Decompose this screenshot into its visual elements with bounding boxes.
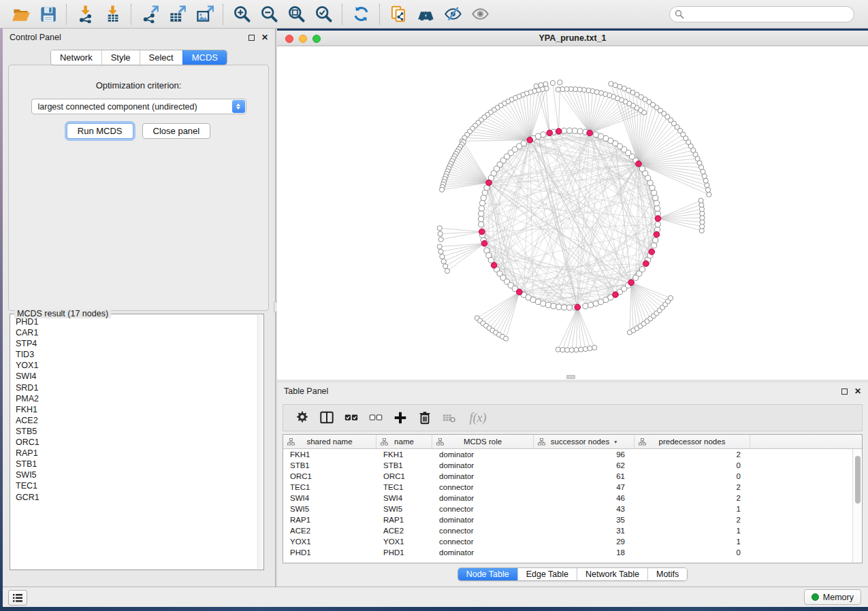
mcds-result-item[interactable]: CAR1 [16,327,257,338]
add-entry-button[interactable] [388,407,413,429]
table-cell[interactable]: dominator [432,461,534,469]
column-header-MCDS-role[interactable]: MCDS role [432,435,534,448]
mcds-result-item[interactable]: PHD1 [16,316,257,327]
close-panel-button[interactable]: Close panel [142,123,211,139]
table-cell[interactable]: YOX1 [376,538,432,546]
table-cell[interactable]: 62 [534,461,634,469]
export-network-button[interactable] [136,2,163,27]
table-cell[interactable]: 47 [534,483,634,491]
export-table-button[interactable] [163,2,191,27]
network-window-titlebar[interactable]: YPA_prune.txt_1 [277,31,868,46]
mcds-result-item[interactable]: TEC1 [16,480,257,491]
table-tab-network-table[interactable]: Network Table [577,568,647,580]
table-cell[interactable]: RAP1 [376,516,432,524]
mcds-result-item[interactable]: YOX1 [16,360,257,371]
column-header-successor-nodes[interactable]: successor nodes▾ [534,435,634,448]
mcds-result-item[interactable]: FKH1 [16,404,257,415]
table-cell[interactable]: 0 [634,461,750,469]
table-scrollbar-thumb[interactable] [855,456,861,503]
tab-mcds[interactable]: MCDS [182,50,227,65]
table-cell[interactable]: SWI5 [283,505,376,513]
zoom-selected-button[interactable] [310,2,337,27]
table-cell[interactable]: 29 [534,538,634,546]
table-cell[interactable]: 61 [534,472,634,480]
mcds-result-item[interactable]: SRD1 [16,382,257,393]
zoom-out-button[interactable] [255,2,283,27]
table-cell[interactable]: 1 [634,505,750,513]
table-cell[interactable]: dominator [432,472,534,480]
table-cell[interactable]: 2 [634,516,750,524]
table-row[interactable]: SWI4SWI4dominator462 [283,493,862,503]
table-cell[interactable]: PHD1 [376,548,432,557]
float-window-icon[interactable] [248,35,255,41]
table-cell[interactable]: STB1 [376,461,432,469]
table-row[interactable]: SWI5SWI5connector431 [283,503,862,514]
tab-style[interactable]: Style [101,50,140,65]
mcds-result-item[interactable]: STP4 [16,338,257,349]
show-panels-button[interactable] [466,2,494,27]
table-cell[interactable]: 43 [534,505,634,513]
table-cell[interactable]: dominator [432,548,534,557]
window-close-traffic-light[interactable] [285,35,293,43]
mcds-result-item[interactable]: STB1 [16,459,257,469]
table-cell[interactable]: dominator [432,516,534,524]
table-cell[interactable]: connector [432,505,534,513]
search-input[interactable] [669,6,854,22]
table-cell[interactable]: SWI5 [376,505,432,513]
table-cell[interactable]: RAP1 [283,516,376,524]
table-cell[interactable]: 96 [534,450,634,459]
window-minimize-traffic-light[interactable] [299,35,307,43]
mcds-result-scrollbar[interactable] [257,315,263,569]
run-mcds-button[interactable]: Run MCDS [67,123,133,139]
table-settings-button[interactable] [290,407,315,429]
table-cell[interactable]: connector [432,527,534,535]
table-cell[interactable]: 1 [634,527,750,535]
mcds-result-item[interactable]: SWI4 [16,371,257,382]
open-file-button[interactable] [7,2,34,27]
tab-select[interactable]: Select [140,50,182,65]
table-tab-edge-table[interactable]: Edge Table [517,568,577,580]
table-cell[interactable]: STB1 [283,461,376,469]
mcds-result-item[interactable]: ORC1 [16,437,257,448]
tab-network[interactable]: Network [51,50,101,65]
zoom-in-button[interactable] [228,2,255,27]
table-cell[interactable]: TEC1 [376,483,432,491]
hide-panels-button[interactable] [439,2,466,27]
column-header-name[interactable]: name [376,435,432,448]
table-cell[interactable]: ORC1 [376,472,432,480]
memory-button[interactable]: Memory [804,589,861,605]
toggle-columns-button[interactable] [315,407,339,429]
close-panel-icon[interactable]: ✕ [854,387,861,395]
table-row[interactable]: YOX1YOX1connector291 [283,536,862,547]
table-cell[interactable]: 2 [634,494,750,502]
table-cell[interactable]: ACE2 [376,527,432,535]
mcds-result-item[interactable]: ACE2 [16,415,257,426]
table-row[interactable]: TEC1TEC1connector472 [283,482,862,493]
table-cell[interactable]: 2 [634,450,750,459]
table-cell[interactable]: FKH1 [283,450,376,459]
table-row[interactable]: ORC1ORC1dominator610 [283,471,862,482]
table-vertical-scrollbar[interactable] [852,449,862,563]
table-cell[interactable]: YOX1 [283,538,376,546]
table-tab-motifs[interactable]: Motifs [647,568,687,580]
network-horizontal-scrollbar-thumb[interactable] [566,375,575,379]
table-tab-node-table[interactable]: Node Table [458,568,517,580]
table-cell[interactable]: SWI4 [376,494,432,502]
table-cell[interactable]: 0 [634,472,750,480]
column-header-shared-name[interactable]: shared name [283,435,376,448]
import-network-button[interactable] [71,2,99,27]
mcds-result-item[interactable]: PMA2 [16,393,257,404]
deselect-all-button[interactable] [364,407,388,429]
zoom-fit-button[interactable] [283,2,310,27]
mcds-result-item[interactable]: RAP1 [16,448,257,459]
column-header-predecessor-nodes[interactable]: predecessor nodes [634,435,750,448]
table-row[interactable]: FKH1FKH1dominator962 [283,449,862,460]
save-session-button[interactable] [34,2,61,27]
table-cell[interactable]: SWI4 [283,494,376,502]
table-cell[interactable]: dominator [432,450,534,459]
table-cell[interactable]: 1 [634,538,750,546]
import-table-button[interactable] [99,2,126,27]
table-cell[interactable]: connector [432,483,534,491]
apply-layout-button[interactable] [347,2,374,27]
delete-entry-button[interactable] [413,407,437,429]
